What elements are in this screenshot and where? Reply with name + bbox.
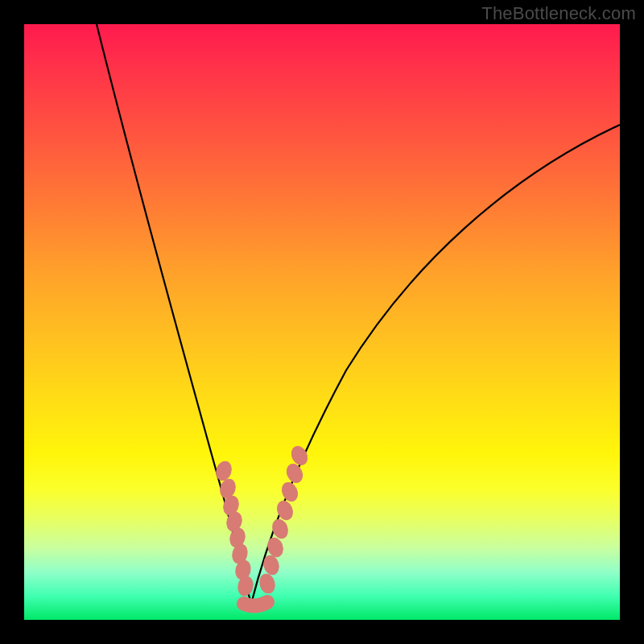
bead-left <box>214 460 234 482</box>
beads-right-group <box>258 444 310 595</box>
curve-right-arm <box>251 125 620 604</box>
curve-layer <box>24 24 620 620</box>
beads-left-group <box>214 460 255 597</box>
bead-right <box>258 572 276 595</box>
bead-right <box>279 480 300 503</box>
plot-area <box>24 24 620 620</box>
chart-frame: TheBottleneck.com <box>0 0 644 644</box>
bead-valley-strip <box>244 602 267 606</box>
bead-right <box>266 536 286 559</box>
bead-right <box>270 518 290 541</box>
watermark-text: TheBottleneck.com <box>481 3 636 24</box>
curve-left-arm <box>97 24 251 604</box>
